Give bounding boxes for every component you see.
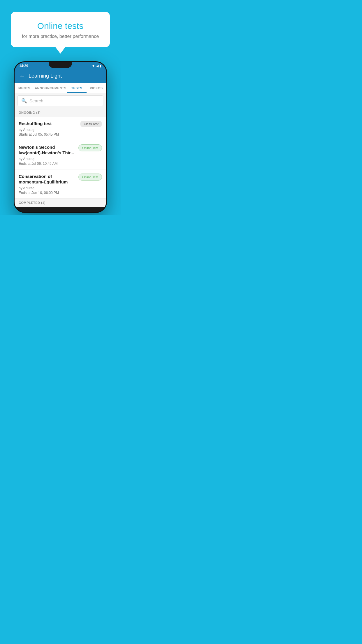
app-header: ← Learning Light (15, 69, 106, 83)
test-item-3[interactable]: Conservation of momentum-Equilibrium by … (15, 169, 106, 199)
phone-mockup: 14:29 ▼ ◀ ▮ ← Learning Light MENTS ANNOU… (14, 61, 107, 213)
ongoing-section-header: ONGOING (3) (15, 108, 106, 117)
test-by-2: by Anurag (19, 157, 76, 161)
test-badge-1: Class Test (80, 121, 102, 127)
wifi-icon: ▼ (92, 64, 95, 68)
tab-tests[interactable]: TESTS (67, 83, 87, 93)
status-time: 14:29 (19, 64, 28, 68)
tab-videos[interactable]: VIDEOS (87, 83, 106, 93)
status-icons: ▼ ◀ ▮ (92, 64, 101, 68)
speech-bubble-subtitle: for more practice, better performance (21, 34, 99, 39)
tabs-bar: MENTS ANNOUNCEMENTS TESTS VIDEOS (15, 83, 106, 93)
test-by-3: by Anurag (19, 186, 76, 190)
signal-icon: ◀ (96, 64, 99, 68)
speech-bubble: Online tests for more practice, better p… (11, 12, 110, 47)
tab-announcements[interactable]: ANNOUNCEMENTS (34, 83, 67, 93)
test-time-2: Ends at Jul 06, 10:45 AM (19, 162, 76, 166)
test-by-1: by Anurag (19, 128, 78, 132)
battery-icon: ▮ (100, 64, 101, 68)
test-badge-2: Online Test (78, 144, 102, 151)
search-container: 🔍 Search (15, 93, 106, 108)
test-info-2: Newton's Second law(contd)-Newton's Thir… (19, 144, 78, 166)
test-time-3: Ends at Jun 10, 06:00 PM (19, 191, 76, 195)
search-placeholder: Search (29, 98, 43, 103)
test-name-2: Newton's Second law(contd)-Newton's Thir… (19, 144, 76, 156)
completed-section-header: COMPLETED (1) (15, 199, 106, 207)
app-header-title: Learning Light (29, 73, 62, 79)
test-info-1: Reshuffling test by Anurag Starts at Jul… (19, 121, 80, 136)
tab-ments[interactable]: MENTS (15, 83, 34, 93)
test-time-1: Starts at Jul 05, 05:45 PM (19, 132, 78, 136)
test-badge-3: Online Test (78, 174, 102, 181)
test-info-3: Conservation of momentum-Equilibrium by … (19, 174, 78, 195)
back-button[interactable]: ← (19, 73, 25, 79)
test-item-2[interactable]: Newton's Second law(contd)-Newton's Thir… (15, 140, 106, 169)
speech-bubble-title: Online tests (21, 21, 99, 31)
test-name-3: Conservation of momentum-Equilibrium (19, 174, 76, 185)
phone-notch (49, 62, 72, 68)
test-name-1: Reshuffling test (19, 121, 78, 127)
test-item-1[interactable]: Reshuffling test by Anurag Starts at Jul… (15, 117, 106, 140)
search-bar[interactable]: 🔍 Search (17, 95, 103, 106)
search-icon: 🔍 (21, 98, 27, 104)
test-list: Reshuffling test by Anurag Starts at Jul… (15, 117, 106, 199)
page-wrapper: Online tests for more practice, better p… (0, 0, 121, 215)
